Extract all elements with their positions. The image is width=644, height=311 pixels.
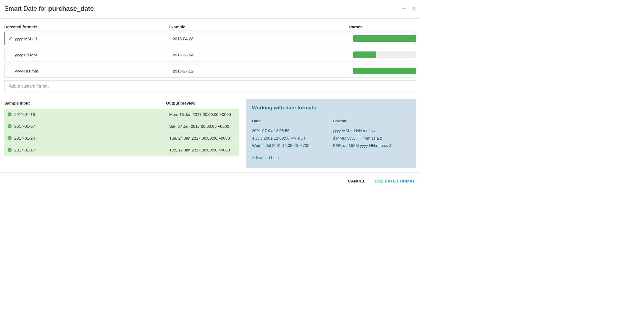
cancel-button[interactable]: CANCEL <box>348 179 366 183</box>
help-title: Working with date formats <box>252 105 410 111</box>
dialog-header: Smart Date for purchase_date – <box>0 0 420 19</box>
parse-bar <box>353 51 416 58</box>
detected-formats-section: Detected formats Example Parses yyyy-MM-… <box>0 19 420 78</box>
smart-date-dialog: Smart Date for purchase_date – Detected … <box>0 0 420 189</box>
col-header-example: Example <box>169 25 349 29</box>
sample-row: 2017-01-07Sat, 07 Jan 2017 00:00:00 +000… <box>4 120 239 132</box>
sample-row: 2017-01-16Mon, 16 Jan 2017 00:00:00 +000… <box>4 109 239 120</box>
col-header-output-preview: Output preview <box>166 101 239 105</box>
formats-rows[interactable]: yyyy-MM-dd2013-04-28yyyy-dd-MM2013-28-04… <box>4 32 416 78</box>
sample-output-text: Tue, 17 Jan 2017 00:00:00 +0000 <box>169 148 236 152</box>
ok-icon <box>8 112 12 116</box>
sample-output-text: Mon, 16 Jan 2017 00:00:00 +0000 <box>169 112 236 117</box>
use-date-format-button[interactable]: USE DATE FORMAT <box>375 179 415 183</box>
dialog-title-prefix: Smart Date for <box>4 5 48 12</box>
help-format-example: yyyy-MM-dd HH:mm:ss <box>333 127 410 134</box>
help-date-example: 2001-07-04 12:08:56 <box>252 127 333 134</box>
help-date-example: 4 July 2001 12:08:56 PM PDT <box>252 134 333 142</box>
close-icon[interactable] <box>412 6 416 11</box>
help-panel: Working with date formats Date 2001-07-0… <box>246 99 416 168</box>
ok-icon <box>8 136 12 140</box>
help-format-example: d MMM yyyy HH:mm:ss a z <box>333 134 410 142</box>
dialog-title: Smart Date for purchase_date <box>4 5 94 12</box>
minimize-icon[interactable]: – <box>403 5 406 11</box>
sample-output-text: Tue, 24 Jan 2017 00:00:00 +0000 <box>169 136 236 140</box>
sample-row: 2017-01-17Tue, 17 Jan 2017 00:00:00 +000… <box>4 144 239 156</box>
dialog-title-field: purchase_date <box>48 5 94 12</box>
sample-input-text: 2017-01-16 <box>14 112 35 117</box>
help-format-example: EEE, dd MMM yyyy HH:mm:ss Z <box>333 142 410 149</box>
sample-row: 2017-01-24Tue, 24 Jan 2017 00:00:00 +000… <box>4 132 239 144</box>
format-row[interactable]: yyyy-MM-dd2013-04-28 <box>4 32 414 45</box>
custom-format-input[interactable] <box>4 80 416 92</box>
check-icon <box>8 37 12 40</box>
sample-input-text: 2017-01-17 <box>14 148 35 152</box>
format-example: 2013-04-28 <box>173 36 353 41</box>
help-col-date-header: Date <box>252 117 333 125</box>
format-name-text: yyyy-HH-mm <box>15 69 38 73</box>
format-row[interactable]: yyyy-dd-MM2013-28-04 <box>4 48 414 61</box>
help-col-format-header: Format <box>333 117 410 125</box>
format-row[interactable]: yyyy-HH-mm2013-17-12 <box>4 64 414 78</box>
format-name-text: yyyy-MM-dd <box>15 36 37 41</box>
sample-output-text: Sat, 07 Jan 2017 00:00:00 +0000 <box>169 124 236 129</box>
dialog-footer: CANCEL USE DATE FORMAT <box>0 172 420 189</box>
col-header-parses: Parses <box>349 25 416 29</box>
col-header-sample-input: Sample input <box>4 101 166 105</box>
parse-bar <box>353 68 416 74</box>
sample-input-text: 2017-01-07 <box>14 124 35 129</box>
sample-rows[interactable]: 2017-01-16Mon, 16 Jan 2017 00:00:00 +000… <box>4 109 239 167</box>
parse-bar <box>353 35 416 42</box>
sample-preview-section: Sample input Output preview 2017-01-16Mo… <box>4 99 239 167</box>
ok-icon <box>8 124 12 128</box>
format-example: 2013-28-04 <box>173 53 353 57</box>
ok-icon <box>8 148 12 152</box>
col-header-formats: Detected formats <box>4 25 169 29</box>
help-date-example: Wed, 4 Jul 2001 12:08:56 -0700 <box>252 142 333 149</box>
sample-input-text: 2017-01-24 <box>14 136 35 140</box>
format-name-text: yyyy-dd-MM <box>15 53 37 57</box>
format-example: 2013-17-12 <box>173 69 353 73</box>
advanced-help-link[interactable]: Advanced help <box>252 155 279 160</box>
